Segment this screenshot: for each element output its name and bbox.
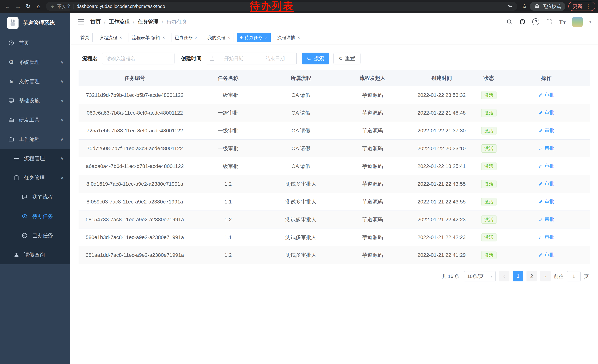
breadcrumb-item[interactable]: 工作流程 — [109, 18, 130, 25]
github-icon[interactable] — [519, 19, 526, 25]
tab-form-edit[interactable]: 流程表单-编辑× — [129, 33, 168, 42]
sidebar-item-task-mgmt[interactable]: 任务管理 ∧ — [0, 168, 70, 187]
next-page-button[interactable]: › — [540, 271, 551, 281]
approve-label: 审批 — [544, 127, 554, 134]
back-button[interactable]: ← — [3, 1, 12, 11]
user-avatar[interactable] — [572, 17, 583, 27]
app-logo[interactable]: 芋道管理系统 — [0, 13, 70, 33]
menu-label: 首页 — [19, 40, 29, 47]
browser-menu-icon[interactable]: ⋮ — [585, 3, 591, 10]
sidebar-item-workflow[interactable]: 工作流程 ∧ — [0, 129, 70, 149]
search-button-label: 搜索 — [314, 55, 324, 62]
menu-label: 系统管理 — [19, 59, 40, 66]
avatar-caret-icon[interactable]: ▾ — [589, 19, 591, 24]
search-icon[interactable] — [506, 19, 513, 25]
sidebar-item-infra[interactable]: 基础设施 ∨ — [0, 91, 70, 110]
cell-task-id: a6aba0a4-7b6d-11ec-b781-acde48001122 — [79, 163, 191, 169]
end-date-input[interactable]: 结束日期 — [257, 55, 293, 62]
close-icon[interactable]: × — [119, 35, 122, 40]
approve-button[interactable]: 审批 — [539, 127, 554, 134]
approve-label: 审批 — [544, 109, 554, 116]
breadcrumb-item[interactable]: 任务管理 — [138, 18, 158, 25]
approve-button[interactable]: 审批 — [539, 92, 554, 98]
cell-process: OA 请假 — [265, 145, 337, 152]
update-chip[interactable]: 更新 ⋮ — [568, 2, 595, 11]
table-row: 069c6a63-7b8a-11ec-8ef0-acde48001122 一级审… — [79, 104, 590, 122]
status-badge: 激活 — [481, 162, 497, 170]
approve-button[interactable]: 审批 — [539, 163, 554, 169]
bookmark-star-icon[interactable]: ☆ — [522, 3, 527, 10]
search-icon — [307, 56, 312, 61]
tab-todo-tasks[interactable]: 待办任务× — [237, 33, 271, 42]
sidebar-item-system[interactable]: ⚙ 系统管理 ∨ — [0, 53, 70, 72]
sidebar-item-process-mgmt[interactable]: 流程管理 ∨ — [0, 149, 70, 168]
home-button[interactable]: ⌂ — [34, 1, 43, 11]
main-area: 首页 / 工作流程 / 任务管理 / 待办任务 ? TT ▾ 首页 发起流程× … — [70, 13, 598, 364]
help-icon[interactable]: ? — [532, 18, 539, 25]
approve-button[interactable]: 审批 — [539, 109, 554, 116]
edit-icon — [539, 146, 543, 151]
sidebar-item-home[interactable]: 首页 — [0, 33, 70, 53]
font-size-icon[interactable]: TT — [559, 18, 565, 25]
fullscreen-icon[interactable] — [546, 19, 552, 25]
date-separator: - — [253, 56, 256, 61]
breadcrumb-item[interactable]: 首页 — [91, 18, 101, 25]
search-button[interactable]: 搜索 — [302, 53, 329, 65]
goto-page-input[interactable] — [567, 271, 581, 281]
close-icon[interactable]: × — [265, 35, 267, 40]
page-button-1[interactable]: 1 — [513, 271, 523, 281]
edit-icon — [539, 128, 543, 133]
forward-button[interactable]: → — [13, 1, 23, 11]
sidebar-item-devtools[interactable]: 研发工具 ∨ — [0, 110, 70, 129]
close-icon[interactable]: × — [162, 35, 165, 40]
tag-bar: 首页 发起流程× 流程表单-编辑× 已办任务× 我的流程× 待办任务× 流程详情… — [70, 31, 598, 44]
reset-button[interactable]: ↻ 重置 — [333, 53, 360, 65]
key-icon[interactable] — [507, 3, 513, 9]
close-icon[interactable]: × — [195, 35, 198, 40]
approve-button[interactable]: 审批 — [539, 180, 554, 187]
sidebar-item-leave-query[interactable]: 请假查询 — [0, 245, 70, 264]
tab-done-tasks[interactable]: 已办任务× — [172, 33, 201, 42]
prev-page-button[interactable]: ‹ — [499, 271, 509, 281]
close-icon[interactable]: × — [297, 35, 300, 40]
process-name-input[interactable] — [102, 53, 174, 65]
approve-button[interactable]: 审批 — [539, 216, 554, 223]
page-unit-label: 页 — [584, 273, 589, 280]
sidebar-item-done-tasks[interactable]: 已办任务 — [0, 226, 70, 245]
refresh-icon: ↻ — [339, 56, 343, 61]
tab-my-process[interactable]: 我的流程× — [204, 33, 233, 42]
approve-button[interactable]: 审批 — [539, 234, 554, 240]
menu-label: 流程管理 — [24, 155, 45, 162]
tab-label: 流程详情 — [277, 35, 295, 40]
close-icon[interactable]: × — [227, 35, 230, 40]
edit-icon — [539, 111, 543, 115]
sidebar-item-payment[interactable]: ¥ 支付管理 ∨ — [0, 72, 70, 91]
start-date-input[interactable]: 开始日期 — [216, 55, 252, 62]
hamburger-icon[interactable] — [77, 18, 85, 26]
table-row: 8f059c03-7ac8-11ec-a9e2-a2380e71991a 1.1… — [79, 193, 590, 211]
tab-label: 已办任务 — [175, 35, 193, 40]
date-range-picker[interactable]: 开始日期 - 结束日期 — [206, 53, 297, 65]
approve-button[interactable]: 审批 — [539, 198, 554, 205]
tab-process-detail[interactable]: 流程详情× — [274, 33, 303, 42]
sidebar-item-my-process[interactable]: 我的流程 — [0, 187, 70, 207]
cell-task-name: 1.1 — [191, 199, 265, 205]
status-badge: 激活 — [481, 216, 497, 224]
font-size-small: T — [563, 21, 565, 25]
page-button-2[interactable]: 2 — [526, 271, 537, 281]
page-size-select[interactable]: 10条/页 ▾ — [464, 271, 496, 281]
status-badge: 激活 — [481, 145, 497, 153]
sidebar-item-todo-tasks[interactable]: 待办任务 — [0, 207, 70, 226]
chevron-down-icon: ∨ — [60, 156, 64, 161]
app-title: 芋道管理系统 — [23, 19, 55, 27]
tab-home[interactable]: 首页 — [77, 33, 93, 42]
active-tab-dot — [240, 36, 242, 39]
status-badge: 激活 — [481, 127, 497, 135]
column-header: 流程发起人 — [337, 75, 408, 82]
reload-button[interactable]: ↻ — [23, 1, 33, 11]
tab-start-process[interactable]: 发起流程× — [96, 33, 125, 42]
menu-label: 已办任务 — [32, 232, 53, 239]
todo-task-table: 任务编号 任务名称 所属流程 流程发起人 创建时间 状态 操作 73211d9d… — [79, 70, 590, 264]
approve-button[interactable]: 审批 — [539, 252, 554, 258]
approve-button[interactable]: 审批 — [539, 145, 554, 152]
